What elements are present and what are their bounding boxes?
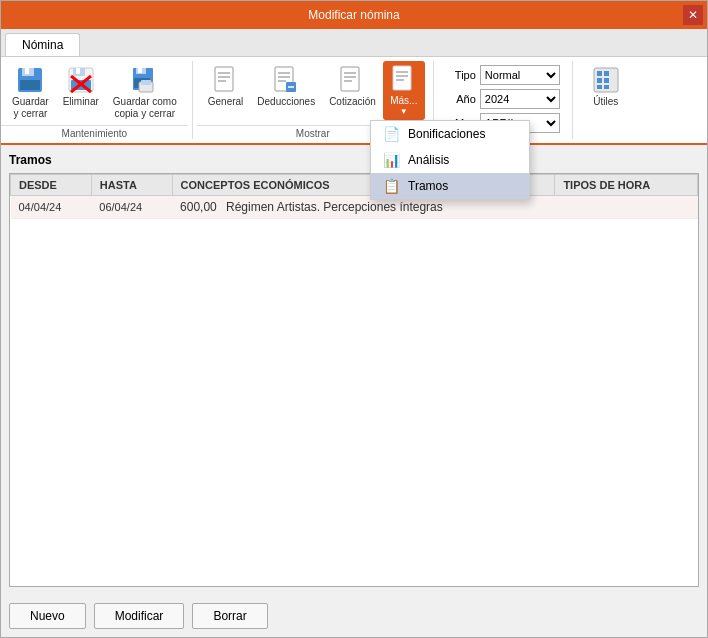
svg-rect-37 xyxy=(597,78,602,83)
nuevo-button[interactable]: Nuevo xyxy=(9,603,86,629)
tipo-row: Tipo Normal Extra xyxy=(446,65,560,85)
anio-label: Año xyxy=(446,93,476,105)
col-hasta: HASTA xyxy=(91,175,172,196)
deducciones-btn[interactable]: Deducciones xyxy=(250,61,322,113)
footer: Nuevo Modificar Borrar xyxy=(1,595,707,637)
svg-rect-35 xyxy=(597,71,602,76)
svg-rect-2 xyxy=(25,68,29,74)
content-area: Tramos DESDE HASTA CONCEPTOS ECONÓMICOS … xyxy=(1,145,707,595)
cell-amount: 600,00 xyxy=(180,200,217,214)
svg-rect-6 xyxy=(76,68,80,74)
guardar-copia-label: Guardar comocopia y cerrar xyxy=(113,96,177,120)
tramos-table: DESDE HASTA CONCEPTOS ECONÓMICOS TIPOS D… xyxy=(10,174,698,219)
mostrar-buttons: General Deducciones xyxy=(197,57,429,125)
sep1 xyxy=(192,61,193,139)
cell-conceptos-text: Régimen Artistas. Percepciones íntegras xyxy=(226,200,443,214)
ribbon-group-mantenimiento: Guardary cerrar Eliminar xyxy=(1,57,188,143)
title-bar: Modificar nómina ✕ xyxy=(1,1,707,29)
save-icon xyxy=(16,66,44,94)
cell-hasta: 06/04/24 xyxy=(91,196,172,219)
mantenimiento-buttons: Guardary cerrar Eliminar xyxy=(1,57,188,125)
eliminar-btn[interactable]: Eliminar xyxy=(56,61,106,113)
mas-btn[interactable]: Más... ▼ xyxy=(383,61,425,120)
svg-rect-38 xyxy=(604,78,609,83)
utiles-icon xyxy=(592,66,620,94)
dropdown-bonificaciones[interactable]: 📄 Bonificaciones xyxy=(371,121,529,147)
col-desde: DESDE xyxy=(11,175,92,196)
mas-icon xyxy=(390,65,418,93)
anio-select[interactable]: 2024 xyxy=(480,89,560,109)
bonificaciones-icon: 📄 xyxy=(383,126,400,142)
modificar-button[interactable]: Modificar xyxy=(94,603,185,629)
cotizacion-icon xyxy=(338,66,366,94)
cotizacion-label: Cotización xyxy=(329,96,376,108)
cell-tipos xyxy=(555,196,698,219)
utiles-label: Útiles xyxy=(593,96,618,108)
dropdown-analisis[interactable]: 📊 Análisis xyxy=(371,147,529,173)
mas-label: Más... xyxy=(390,95,417,107)
cotizacion-btn[interactable]: Cotización xyxy=(322,61,383,113)
close-icon: ✕ xyxy=(688,8,698,22)
main-window: Modificar nómina ✕ Nómina xyxy=(0,0,708,638)
cell-desde: 04/04/24 xyxy=(11,196,92,219)
dropdown-menu: 📄 Bonificaciones 📊 Análisis 📋 Tramos xyxy=(370,120,530,200)
svg-rect-40 xyxy=(604,85,609,89)
eliminar-label: Eliminar xyxy=(63,96,99,108)
analisis-label: Análisis xyxy=(408,153,449,167)
svg-rect-39 xyxy=(597,85,602,89)
tab-nomina[interactable]: Nómina xyxy=(5,33,80,56)
guardar-copia-icon xyxy=(131,66,159,94)
svg-rect-26 xyxy=(341,67,359,91)
borrar-button[interactable]: Borrar xyxy=(192,603,267,629)
tramos-table-container: DESDE HASTA CONCEPTOS ECONÓMICOS TIPOS D… xyxy=(9,173,699,587)
anio-row: Año 2024 xyxy=(446,89,560,109)
svg-rect-15 xyxy=(141,80,151,85)
general-label: General xyxy=(208,96,244,108)
ribbon: Guardary cerrar Eliminar xyxy=(1,57,707,145)
table-header-row: DESDE HASTA CONCEPTOS ECONÓMICOS TIPOS D… xyxy=(11,175,698,196)
bonificaciones-label: Bonificaciones xyxy=(408,127,485,141)
utiles-section: Útiles xyxy=(577,57,635,143)
close-button[interactable]: ✕ xyxy=(683,5,703,25)
table-row[interactable]: 04/04/24 06/04/24 600,00 Régimen Artista… xyxy=(11,196,698,219)
mantenimiento-group-label: Mantenimiento xyxy=(1,125,188,143)
col-tipos: TIPOS DE HORA xyxy=(555,175,698,196)
guardar-btn[interactable]: Guardary cerrar xyxy=(5,61,56,125)
utiles-btn[interactable]: Útiles xyxy=(585,61,627,113)
window-title: Modificar nómina xyxy=(308,8,399,22)
tipo-select[interactable]: Normal Extra xyxy=(480,65,560,85)
tramos-icon: 📋 xyxy=(383,178,400,194)
sep3 xyxy=(572,61,573,139)
svg-rect-16 xyxy=(215,67,233,91)
general-btn[interactable]: General xyxy=(201,61,251,113)
deducciones-icon xyxy=(272,66,300,94)
dropdown-tramos[interactable]: 📋 Tramos xyxy=(371,173,529,199)
analisis-icon: 📊 xyxy=(383,152,400,168)
tab-bar: Nómina xyxy=(1,29,707,57)
svg-rect-12 xyxy=(138,68,142,73)
svg-rect-3 xyxy=(20,80,40,90)
dropdown-arrow: ▼ xyxy=(400,107,408,116)
tipo-label: Tipo xyxy=(446,69,476,81)
eliminar-icon xyxy=(67,66,95,94)
tramos-label: Tramos xyxy=(408,179,448,193)
general-icon xyxy=(212,66,240,94)
deducciones-label: Deducciones xyxy=(257,96,315,108)
svg-rect-30 xyxy=(393,66,411,90)
guardar-copia-btn[interactable]: Guardar comocopia y cerrar xyxy=(106,61,184,125)
svg-rect-36 xyxy=(604,71,609,76)
guardar-label: Guardary cerrar xyxy=(12,96,49,120)
section-label: Tramos xyxy=(9,153,699,167)
